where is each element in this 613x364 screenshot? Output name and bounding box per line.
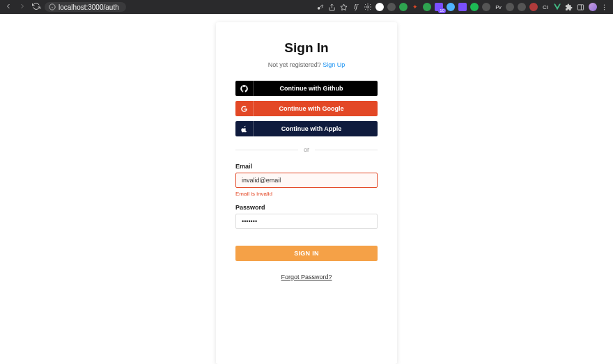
extension-icon[interactable]: ✦ xyxy=(411,3,419,11)
url-text: localhost:3000/auth xyxy=(59,3,119,11)
continue-apple-button[interactable]: Continue with Apple xyxy=(235,121,378,136)
forward-button[interactable] xyxy=(18,2,26,12)
vue-icon[interactable] xyxy=(553,3,561,11)
svg-marker-4 xyxy=(341,3,347,10)
extension-icon[interactable] xyxy=(506,3,514,11)
extension-icon[interactable]: ſʃ xyxy=(352,3,360,11)
extension-icon[interactable] xyxy=(458,3,467,11)
extension-icon[interactable] xyxy=(364,3,372,11)
extension-icon[interactable] xyxy=(470,3,479,11)
profile-avatar[interactable] xyxy=(589,3,597,11)
email-label: Email xyxy=(235,163,378,170)
extension-icon[interactable] xyxy=(518,3,526,11)
continue-github-button[interactable]: Continue with Github xyxy=(235,81,378,96)
button-label: Continue with Apple xyxy=(254,125,378,132)
share-icon[interactable] xyxy=(328,3,336,11)
email-field[interactable] xyxy=(235,173,378,188)
address-bar[interactable]: localhost:3000/auth xyxy=(45,2,126,12)
star-icon[interactable] xyxy=(340,3,348,11)
extension-icon[interactable] xyxy=(375,3,384,11)
menu-icon[interactable] xyxy=(600,3,609,11)
auth-card: Sign In Not yet registered? Sign Up Cont… xyxy=(216,22,397,364)
extension-icon[interactable] xyxy=(529,3,538,11)
info-icon xyxy=(49,3,56,10)
signin-button[interactable]: SIGN IN xyxy=(235,246,378,261)
toolbar-actions: ſʃ ✦ Pv CI xyxy=(316,3,609,11)
svg-point-9 xyxy=(604,6,605,7)
back-button[interactable] xyxy=(4,2,13,12)
panel-icon[interactable] xyxy=(577,3,585,11)
svg-point-10 xyxy=(604,9,605,10)
extension-icon[interactable] xyxy=(447,3,455,11)
email-error: Email is invalid xyxy=(235,191,378,197)
google-icon xyxy=(235,101,254,116)
divider-or: or xyxy=(235,146,378,153)
button-label: Continue with Google xyxy=(254,105,378,112)
extension-icon[interactable]: CI xyxy=(541,3,550,11)
signup-link[interactable]: Sign Up xyxy=(323,61,345,68)
github-icon xyxy=(235,81,254,96)
page-content: Sign In Not yet registered? Sign Up Cont… xyxy=(0,14,613,364)
apple-icon xyxy=(235,121,254,136)
page-title: Sign In xyxy=(235,40,378,56)
sub-prefix: Not yet registered? xyxy=(268,61,323,68)
sub-text: Not yet registered? Sign Up xyxy=(235,61,378,68)
svg-point-5 xyxy=(366,6,368,8)
extension-icon[interactable] xyxy=(423,3,431,11)
reload-button[interactable] xyxy=(32,2,40,12)
extensions-puzzle-icon[interactable] xyxy=(565,3,573,11)
extension-icon[interactable] xyxy=(399,3,408,11)
password-label: Password xyxy=(235,204,378,211)
extension-icon[interactable] xyxy=(387,3,396,11)
extension-icon[interactable] xyxy=(482,3,490,11)
password-field[interactable] xyxy=(235,214,378,229)
button-label: Continue with Github xyxy=(254,85,378,92)
forgot-password-link[interactable]: Forgot Password? xyxy=(281,274,332,280)
svg-rect-6 xyxy=(578,4,584,9)
svg-point-8 xyxy=(604,4,605,5)
browser-toolbar: localhost:3000/auth ſʃ ✦ Pv CI xyxy=(0,0,613,14)
key-icon[interactable] xyxy=(316,3,325,11)
continue-google-button[interactable]: Continue with Google xyxy=(235,101,378,116)
extension-icon[interactable]: Pv xyxy=(494,3,502,11)
extension-icon[interactable] xyxy=(435,3,443,11)
